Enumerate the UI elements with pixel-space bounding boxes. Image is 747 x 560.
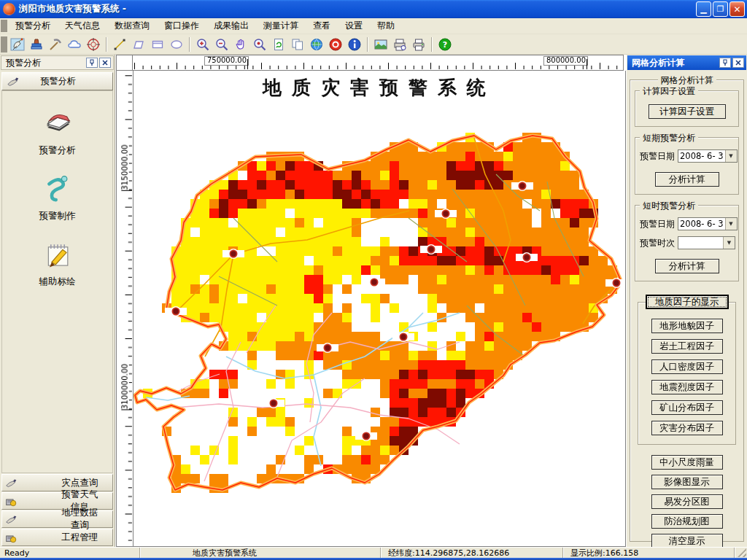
warning-date-combobox[interactable]: 2008- 6- 3 ▼ [678, 149, 738, 163]
toolbar-zoom-extent-icon[interactable] [251, 36, 268, 53]
factor-setting-button[interactable]: 计算因子设置 [649, 104, 726, 119]
toolbar-zoom-out-icon[interactable] [213, 36, 231, 53]
sidebar-item-地理数据查询[interactable]: 地理数据查询 [1, 510, 113, 528]
toolbar-stamp-icon[interactable] [28, 36, 45, 53]
factor-setting-legend: 计算因子设置 [640, 85, 698, 98]
menu-item-窗口操作[interactable]: 窗口操作 [157, 18, 206, 34]
geology-factor-display-button[interactable]: 地质因子的显示 [646, 295, 729, 309]
maximize-button[interactable]: ❐ [713, 1, 728, 17]
ruler-corner [116, 55, 133, 71]
left-panel-header-label: 预警分析 [23, 75, 93, 88]
warning-date-value: 2008- 6- 3 [678, 218, 725, 230]
pin-icon[interactable] [86, 58, 98, 68]
toolbar-separator [189, 37, 190, 52]
factor-button-矿山分布因子[interactable]: 矿山分布因子 [651, 400, 723, 415]
right-panel-titlebar: 网格分析计算 [627, 55, 746, 70]
toolbar-globe-icon[interactable] [308, 36, 325, 53]
right-panel-close-icon[interactable] [732, 58, 744, 68]
factor-button-人口密度因子[interactable]: 人口密度因子 [651, 359, 723, 374]
toolbar-line-icon[interactable] [111, 36, 128, 53]
menu-item-天气信息[interactable]: 天气信息 [58, 18, 107, 34]
toolbar-ellipse-icon[interactable] [168, 36, 185, 53]
close-button[interactable]: ✕ [729, 1, 745, 17]
short-time-group: 短时预警分析 预警日期 2008- 6- 3 ▼ 预警时次 [635, 205, 739, 281]
pin-icon[interactable] [719, 58, 731, 68]
left-panel-item-label: 辅助标绘 [39, 276, 76, 288]
toolbar-help-icon[interactable]: ? [436, 36, 454, 53]
warning-date-combobox[interactable]: 2008- 6- 3 ▼ [678, 217, 738, 230]
layer-button-易发分区图[interactable]: 易发分区图 [651, 494, 723, 509]
warning-make-icon [41, 171, 74, 207]
toolbar-pick-icon[interactable] [47, 36, 64, 53]
vertical-ruler [116, 71, 133, 547]
toolbar-refresh-icon[interactable] [270, 36, 287, 53]
toolbar-stop-icon[interactable] [327, 36, 344, 53]
hand-stamp-icon [5, 513, 50, 526]
left-panel-item-预警制作[interactable]: 预警制作 [39, 171, 76, 222]
layer-button-清空显示[interactable]: 清空显示 [651, 534, 723, 547]
menu-item-测量计算[interactable]: 测量计算 [256, 18, 306, 34]
title-bar: 浏阳市地质灾害预警系统 - ▁ ❐ ✕ [0, 0, 747, 18]
menu-bar: 预警分析天气信息数据查询窗口操作成果输出测量计算查看设置帮助 [0, 18, 747, 34]
chevron-down-icon[interactable]: ▼ [725, 150, 737, 162]
toolbar-target-icon[interactable] [85, 36, 102, 53]
toolbar-polygon-icon[interactable] [130, 36, 147, 53]
menu-item-帮助[interactable]: 帮助 [370, 18, 402, 34]
status-panel-1: 地质灾害预警系统 [140, 548, 381, 558]
hand-stamp-icon [7, 75, 20, 88]
warning-date-label: 预警日期 [640, 150, 678, 163]
factor-button-岩土工程因子[interactable]: 岩土工程因子 [651, 339, 723, 354]
toolbar-separator [106, 37, 107, 52]
sidebar-item-label: 地理数据查询 [58, 507, 103, 532]
sidebar-item-工程管理[interactable]: 工程管理 [1, 529, 113, 546]
toolbar-image-icon[interactable] [372, 36, 390, 53]
short-time-analyze-button[interactable]: 分析计算 [655, 259, 719, 273]
chevron-down-icon[interactable]: ▼ [725, 218, 737, 230]
layer-button-中小尺度雨量[interactable]: 中小尺度雨量 [651, 455, 723, 470]
resize-grip[interactable] [735, 548, 747, 558]
left-panel-item-预警分析[interactable]: 预警分析 [39, 106, 76, 157]
short-term-legend: 短期预警分析 [640, 132, 698, 144]
toolbar-separator [367, 37, 368, 52]
factor-button-地震烈度因子[interactable]: 地震烈度因子 [651, 380, 723, 394]
left-panel-item-辅助标绘[interactable]: 辅助标绘 [39, 237, 76, 288]
status-bar: Ready地质灾害预警系统经纬度:114.296875,28.162686显示比… [0, 547, 747, 558]
left-panel-header[interactable]: 预警分析 [1, 72, 113, 90]
menu-item-设置[interactable]: 设置 [338, 18, 370, 34]
svg-text:?: ? [443, 40, 447, 50]
toolbar-grip-handle[interactable] [1, 36, 7, 52]
menu-item-成果输出[interactable]: 成果输出 [206, 18, 256, 34]
menu-item-数据查询[interactable]: 数据查询 [107, 18, 157, 34]
warning-date-label: 预警日期 [640, 218, 678, 230]
chevron-down-icon[interactable]: ▼ [723, 237, 735, 249]
toolbar-print-icon[interactable] [410, 36, 427, 53]
toolbar-zoom-in-icon[interactable] [194, 36, 212, 53]
factor-button-地形地貌因子[interactable]: 地形地貌因子 [651, 319, 723, 333]
toolbar: ? [0, 34, 747, 55]
right-dock-panel: 网格分析计算 网格分析计算 计算因子设置 计算因子设置 短期预警分析 预警日期 [626, 55, 747, 547]
layer-button-防治规划图[interactable]: 防治规划图 [651, 514, 723, 529]
toolbar-rectangle-icon[interactable] [149, 36, 166, 53]
minimize-button[interactable]: ▁ [696, 1, 711, 17]
menu-item-预警分析[interactable]: 预警分析 [8, 18, 58, 34]
menubar-grip-handle[interactable] [1, 20, 7, 32]
toolbar-pan-icon[interactable] [232, 36, 249, 53]
status-panel-2: 经纬度:114.296875,28.162686 [381, 548, 563, 558]
menu-item-查看[interactable]: 查看 [306, 18, 338, 34]
warning-time-label: 预警时次 [640, 237, 678, 249]
layer-button-影像图显示[interactable]: 影像图显示 [651, 475, 723, 489]
toolbar-print-preview-icon[interactable] [391, 36, 409, 53]
toolbar-copy-icon[interactable] [289, 36, 306, 53]
left-panel-close-icon[interactable] [99, 58, 111, 68]
toolbar-cloud-icon[interactable] [66, 36, 83, 53]
toolbar-satellite-dish-icon[interactable] [9, 36, 26, 53]
left-panel-titlebar: 预警分析 [1, 55, 114, 70]
window-title: 浏阳市地质灾害预警系统 - [19, 3, 694, 15]
short-term-analyze-button[interactable]: 分析计算 [655, 172, 719, 187]
application-window: 浏阳市地质灾害预警系统 - ▁ ❐ ✕ 预警分析天气信息数据查询窗口操作成果输出… [0, 0, 747, 560]
toolbar-info-icon[interactable] [346, 36, 363, 53]
factor-button-灾害分布因子[interactable]: 灾害分布因子 [651, 421, 723, 435]
map-canvas[interactable] [133, 71, 625, 529]
warning-time-combobox[interactable]: ▼ [678, 236, 735, 249]
horizontal-ruler [133, 55, 624, 71]
